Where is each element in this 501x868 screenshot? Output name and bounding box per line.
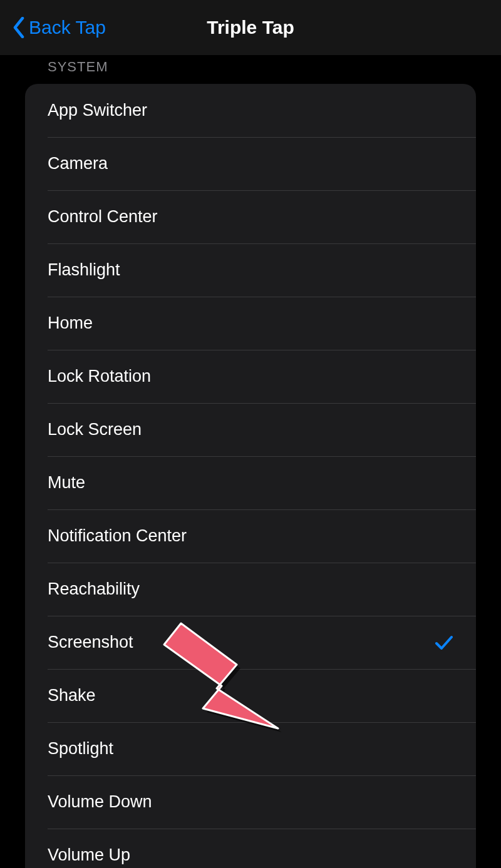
back-button[interactable]: Back Tap [13,17,106,38]
list-item[interactable]: Shake [25,669,476,722]
list-item-label: Shake [48,686,96,705]
list-item-label: Screenshot [48,633,133,652]
list-item[interactable]: Volume Down [25,775,476,829]
list-item[interactable]: Reachability [25,563,476,616]
list-item[interactable]: Home [25,297,476,350]
section-header: SYSTEM [48,59,476,75]
list-item[interactable]: Control Center [25,190,476,243]
list-item[interactable]: App Switcher [25,84,476,137]
list-item[interactable]: Mute [25,456,476,509]
list-item[interactable]: Flashlight [25,243,476,297]
page-title: Triple Tap [207,17,294,38]
list-item-label: App Switcher [48,101,147,120]
list-item-label: Camera [48,154,108,173]
list-item-label: Spotlight [48,739,113,758]
list-item[interactable]: Volume Up [25,829,476,868]
list-item-label: Lock Screen [48,420,142,439]
list-item[interactable]: Lock Rotation [25,350,476,403]
list-item-label: Flashlight [48,260,120,280]
back-label: Back Tap [29,17,106,38]
list-item-label: Reachability [48,580,140,599]
list-item[interactable]: Spotlight [25,722,476,775]
list-item[interactable]: Camera [25,137,476,190]
list-item[interactable]: Notification Center [25,509,476,563]
list-item-label: Volume Down [48,792,152,812]
settings-group: App SwitcherCameraControl CenterFlashlig… [25,84,476,868]
list-item-label: Control Center [48,207,158,227]
content: SYSTEM App SwitcherCameraControl CenterF… [0,59,501,868]
chevron-left-icon [13,17,25,38]
nav-bar: Back Tap Triple Tap [0,0,501,55]
list-item-label: Lock Rotation [48,367,151,386]
list-item[interactable]: Lock Screen [25,403,476,456]
list-item-label: Volume Up [48,845,130,865]
list-item[interactable]: Screenshot [25,616,476,669]
checkmark-icon [435,635,453,650]
list-item-label: Notification Center [48,526,187,546]
list-item-label: Mute [48,473,85,493]
list-item-label: Home [48,314,93,333]
